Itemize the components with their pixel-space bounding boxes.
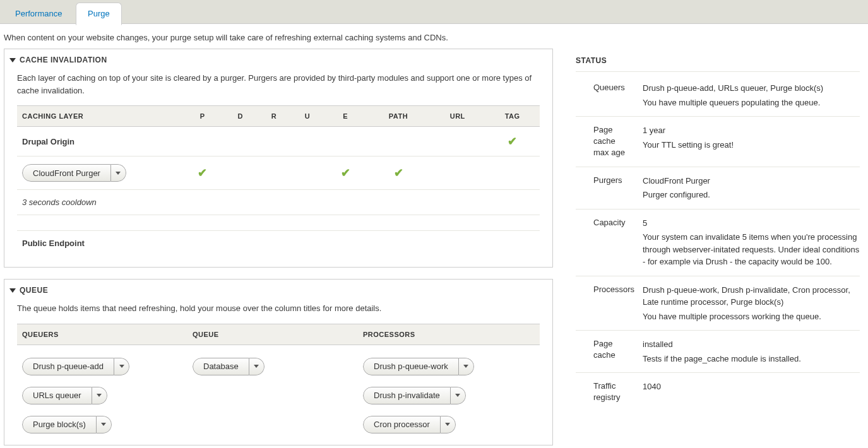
status-row: Page cache max age 1 year Your TTL setti… — [576, 117, 860, 167]
th-url: URL — [430, 106, 485, 127]
processor-button-drush-pqueuework[interactable]: Drush p-queue-work — [363, 358, 474, 375]
queuer-button-urls-queuer[interactable]: URLs queuer — [22, 387, 107, 404]
caret-down-icon — [101, 423, 106, 426]
status-label: Queuers — [576, 82, 633, 109]
cloudfront-purger-button[interactable]: CloudFront Purger — [22, 164, 126, 182]
status-row: Capacity 5 Your system can invalidate 5 … — [576, 209, 860, 276]
status-value: Drush p-queue-add, URLs queuer, Purge bl… — [643, 83, 823, 93]
status-value: 1040 — [643, 382, 661, 391]
row-public-endpoint: Public Endpoint — [17, 231, 181, 256]
cache-invalidation-toggle[interactable]: CACHE INVALIDATION — [4, 49, 552, 69]
check-icon: ✔ — [341, 167, 350, 179]
intro-text: When content on your website changes, yo… — [0, 24, 868, 49]
th-tag: TAG — [485, 106, 540, 127]
check-icon: ✔ — [198, 167, 207, 179]
queue-toggle[interactable]: QUEUE — [4, 280, 552, 300]
th-e: E — [324, 106, 366, 127]
queue-description: The queue holds items that need refreshi… — [17, 302, 540, 315]
th-queuers: QUEUERS — [17, 324, 187, 345]
status-sub: Tests if the page_cache module is instal… — [643, 353, 860, 365]
row-cooldown: 3 seconds cooldown — [17, 190, 181, 215]
queuer-button-drush-pqueueadd[interactable]: Drush p-queue-add — [22, 358, 129, 375]
caret-down-icon — [445, 423, 450, 426]
th-u: U — [290, 106, 324, 127]
check-icon: ✔ — [508, 135, 517, 148]
status-sub: You have multiple queuers populating the… — [643, 97, 860, 109]
cloudfront-purger-main[interactable]: CloudFront Purger — [22, 164, 111, 182]
status-sub: You have multiple processors working the… — [643, 310, 860, 323]
cache-invalidation-table: CACHING LAYER P D R U E PATH URL TAG — [17, 105, 540, 256]
cloudfront-purger-dropdown[interactable] — [111, 164, 126, 182]
cache-invalidation-title: CACHE INVALIDATION — [20, 56, 107, 64]
triangle-down-icon — [9, 58, 16, 62]
row-drupal-origin: Drupal Origin — [17, 127, 181, 156]
th-p: P — [181, 106, 223, 127]
status-label: Capacity — [576, 217, 633, 268]
processor-button-drush-pinvalidate[interactable]: Drush p-invalidate — [363, 387, 466, 404]
queue-fieldset: QUEUE The queue holds items that need re… — [4, 279, 553, 445]
status-row: Purgers CloudFront Purger Purger configu… — [576, 167, 860, 209]
status-label: Processors — [576, 284, 633, 323]
th-d: D — [223, 106, 257, 127]
status-sub: Your system can invalidate 5 items when … — [643, 231, 860, 268]
status-value: Drush p-queue-work, Drush p-invalidate, … — [643, 285, 850, 307]
status-label: Traffic registry — [576, 380, 633, 403]
table-row: Drupal Origin ✔ — [17, 127, 540, 156]
status-value: CloudFront Purger — [643, 176, 710, 186]
table-row: CloudFront Purger ✔ ✔ ✔ — [17, 156, 540, 190]
check-icon: ✔ — [394, 167, 403, 179]
queuer-button-purge-blocks[interactable]: Purge block(s) — [22, 416, 112, 433]
queue-header-row: QUEUERS QUEUE PROCESSORS — [17, 324, 540, 345]
th-r: R — [257, 106, 290, 127]
status-label: Page cache — [576, 338, 633, 365]
status-value: installed — [643, 339, 673, 349]
caret-down-icon — [254, 365, 259, 368]
caret-down-icon — [455, 394, 460, 397]
status-heading: STATUS — [576, 49, 860, 72]
th-path: PATH — [367, 106, 431, 127]
caret-down-icon — [97, 394, 102, 397]
status-label: Purgers — [576, 175, 633, 201]
status-row: Page cache installed Tests if the page_c… — [576, 331, 860, 373]
queue-title: QUEUE — [20, 286, 48, 295]
tab-bar: Performance Purge — [0, 0, 868, 24]
table-row — [17, 215, 540, 231]
caret-down-icon — [463, 365, 468, 368]
triangle-down-icon — [9, 288, 16, 293]
tab-purge[interactable]: Purge — [76, 3, 122, 25]
queue-backend-button[interactable]: Database — [193, 358, 265, 375]
th-caching-layer: CACHING LAYER — [17, 106, 181, 127]
table-row: Public Endpoint — [17, 231, 540, 256]
caret-down-icon — [116, 172, 121, 175]
th-queue: QUEUE — [187, 324, 358, 345]
processor-button-cron-processor[interactable]: Cron processor — [363, 416, 456, 433]
status-value: 1 year — [643, 126, 665, 135]
status-row: Traffic registry 1040 — [576, 373, 860, 411]
status-value: 5 — [643, 218, 647, 228]
th-processors: PROCESSORS — [358, 324, 540, 345]
cache-invalidation-description: Each layer of caching on top of your sit… — [17, 72, 540, 97]
tab-performance[interactable]: Performance — [4, 3, 73, 25]
status-sub: Your TTL setting is great! — [643, 139, 860, 151]
status-label: Page cache max age — [576, 124, 633, 159]
status-row: Processors Drush p-queue-work, Drush p-i… — [576, 276, 860, 331]
table-row: 3 seconds cooldown — [17, 190, 540, 215]
cache-invalidation-fieldset: CACHE INVALIDATION Each layer of caching… — [4, 49, 553, 268]
status-row: Queuers Drush p-queue-add, URLs queuer, … — [576, 74, 860, 117]
caret-down-icon — [119, 365, 124, 368]
status-sub: Purger configured. — [643, 189, 860, 201]
